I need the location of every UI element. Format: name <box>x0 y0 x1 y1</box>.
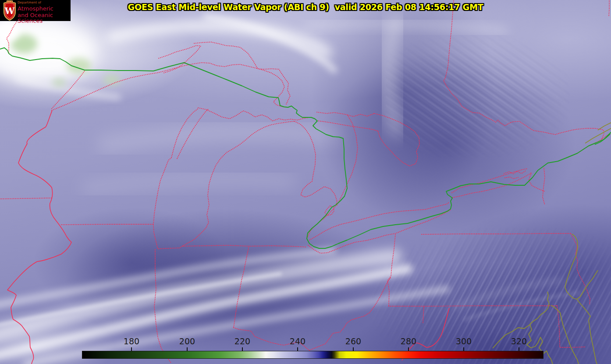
colorbar <box>82 351 544 359</box>
state-boundary-lines <box>0 0 611 364</box>
susquehanna-coastline <box>547 292 549 304</box>
colorbar-tick-label: 260 <box>345 336 361 346</box>
state-boundary-line <box>154 250 171 363</box>
us-canada-border-line <box>0 48 611 248</box>
colorbar-tick-mark <box>353 347 354 351</box>
state-boundary-line <box>422 233 571 234</box>
colorbar-tick-mark <box>131 347 132 351</box>
lake-superior-shoreline <box>174 63 287 107</box>
chesapeake-bay-coastline <box>551 305 579 364</box>
delaware-river-boundary <box>571 233 590 305</box>
lake-huron-shoreline <box>337 115 358 206</box>
lake-ontario-shoreline <box>529 173 545 191</box>
state-boundary-line <box>609 0 609 17</box>
atlantic-coastline <box>577 270 598 364</box>
state-boundary-line <box>387 235 395 306</box>
colorbar-tick-mark <box>242 347 243 351</box>
colorbar-tick-mark <box>408 347 409 351</box>
svg-text:W: W <box>4 6 15 16</box>
uw-aos-logo: W Department of Atmospheric and Oceanic … <box>0 0 71 21</box>
state-boundary-line <box>7 20 18 53</box>
image-title: GOES East Mid-level Water Vapor (ABI ch … <box>128 2 483 12</box>
colorbar-tick-label: 200 <box>179 336 195 346</box>
lake-superior-shoreline <box>194 42 290 104</box>
logo-dept-prefix: Department of <box>18 1 71 4</box>
colorbar-tick-mark <box>297 347 298 351</box>
north-channel-shoreline <box>317 112 374 117</box>
lake-superior-shoreline <box>52 70 85 109</box>
lake-erie-shoreline <box>308 209 451 253</box>
lake-superior-shoreline <box>52 68 174 110</box>
colorbar-tick-label: 320 <box>511 336 527 346</box>
state-boundary-line <box>557 306 585 347</box>
door-peninsula-shoreline <box>177 109 209 159</box>
coastline-lines <box>493 123 611 364</box>
mason-dixon-line <box>389 306 557 306</box>
lake-michigan-shoreline <box>153 121 294 249</box>
colorbar-tick-label: 300 <box>456 336 472 346</box>
mississippi-river-boundary <box>7 110 71 364</box>
colorbar-tick-label: 220 <box>234 336 250 346</box>
state-boundary-line <box>182 245 307 247</box>
colorbar-tick-label: 180 <box>124 336 139 346</box>
colorbar-tick-mark <box>519 347 519 351</box>
colorbar-tick-mark <box>187 347 188 351</box>
manitoulin-shoreline <box>319 121 378 131</box>
keweenaw-peninsula-shoreline <box>159 46 201 73</box>
state-boundary-line <box>0 198 51 199</box>
logo-dept-line2: and Oceanic Sciences <box>18 12 71 24</box>
colorbar-tick-mark <box>463 347 464 351</box>
green-bay-shoreline <box>171 109 198 158</box>
state-boundary-line <box>543 168 545 205</box>
delaware-bay-coastline <box>565 234 578 299</box>
goes-satellite-viewer: W Department of Atmospheric and Oceanic … <box>0 0 611 364</box>
map-boundaries-layer <box>0 0 611 364</box>
colorbar-tick-label: 280 <box>401 336 416 346</box>
state-boundary-line <box>234 246 249 328</box>
ohio-river-boundary <box>234 277 391 350</box>
colorbar-tick-label: 240 <box>290 336 306 346</box>
state-boundary-line <box>423 307 424 323</box>
michigan-lower-peninsula-shoreline <box>295 121 337 239</box>
logo-dept-line1: Atmospheric <box>18 6 71 11</box>
lake-michigan-shoreline <box>153 158 171 224</box>
uw-crest-icon: W <box>3 0 17 21</box>
international-border-lines <box>0 48 611 248</box>
state-boundary-line <box>61 224 153 225</box>
upper-peninsula-shoreline <box>198 108 310 121</box>
ottawa-river-boundary <box>444 1 604 139</box>
georgian-bay-shoreline <box>374 113 419 166</box>
st-lawrence-boundary <box>567 133 611 158</box>
